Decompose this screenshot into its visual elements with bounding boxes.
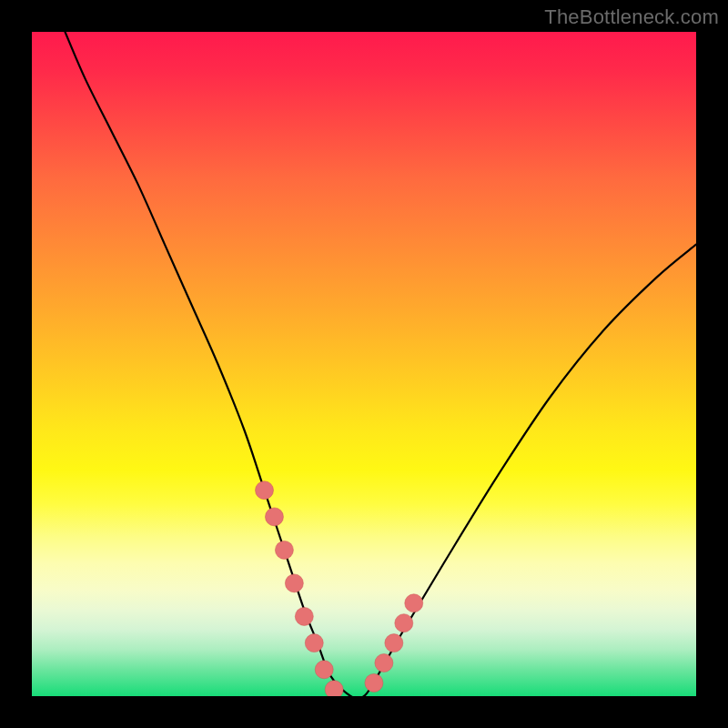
bottleneck-curve-line <box>66 32 697 696</box>
marker-dot <box>275 541 293 559</box>
marker-dot <box>365 673 383 692</box>
watermark-label: TheBottleneck.com <box>544 5 719 29</box>
marker-dot <box>385 634 403 652</box>
marker-dot <box>405 594 423 612</box>
marker-dot <box>265 508 283 526</box>
marker-dot <box>315 661 333 679</box>
bottleneck-chart <box>32 32 696 696</box>
marker-dot <box>395 614 413 632</box>
marker-dot <box>305 634 323 652</box>
marker-dot <box>256 481 274 500</box>
marker-dot <box>295 607 313 625</box>
marker-dot <box>325 681 343 696</box>
markers-left-group <box>256 481 344 696</box>
marker-dot <box>285 574 303 592</box>
markers-right-group <box>365 594 423 693</box>
marker-dot <box>375 654 393 672</box>
chart-svg <box>32 32 696 696</box>
